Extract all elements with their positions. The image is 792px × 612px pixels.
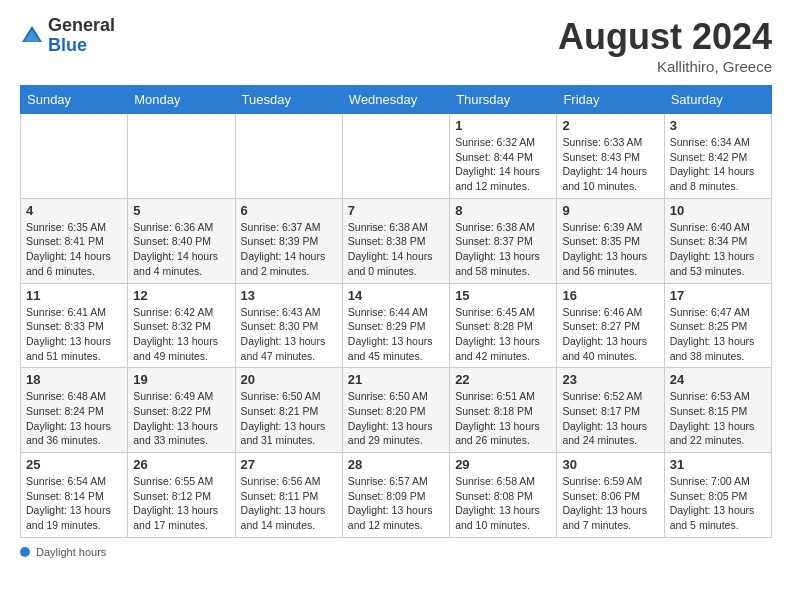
day-number: 19 <box>133 372 229 387</box>
day-info: Sunrise: 6:37 AM Sunset: 8:39 PM Dayligh… <box>241 220 337 279</box>
calendar-cell: 5Sunrise: 6:36 AM Sunset: 8:40 PM Daylig… <box>128 198 235 283</box>
day-info: Sunrise: 6:50 AM Sunset: 8:20 PM Dayligh… <box>348 389 444 448</box>
day-info: Sunrise: 6:41 AM Sunset: 8:33 PM Dayligh… <box>26 305 122 364</box>
day-info: Sunrise: 6:51 AM Sunset: 8:18 PM Dayligh… <box>455 389 551 448</box>
day-info: Sunrise: 6:46 AM Sunset: 8:27 PM Dayligh… <box>562 305 658 364</box>
day-info: Sunrise: 6:39 AM Sunset: 8:35 PM Dayligh… <box>562 220 658 279</box>
calendar-cell: 24Sunrise: 6:53 AM Sunset: 8:15 PM Dayli… <box>664 368 771 453</box>
day-number: 12 <box>133 288 229 303</box>
weekday-header-sunday: Sunday <box>21 86 128 114</box>
calendar-cell: 28Sunrise: 6:57 AM Sunset: 8:09 PM Dayli… <box>342 453 449 538</box>
day-number: 24 <box>670 372 766 387</box>
day-info: Sunrise: 6:59 AM Sunset: 8:06 PM Dayligh… <box>562 474 658 533</box>
calendar-cell: 1Sunrise: 6:32 AM Sunset: 8:44 PM Daylig… <box>450 114 557 199</box>
day-info: Sunrise: 6:38 AM Sunset: 8:38 PM Dayligh… <box>348 220 444 279</box>
calendar-cell: 30Sunrise: 6:59 AM Sunset: 8:06 PM Dayli… <box>557 453 664 538</box>
legend: Daylight hours <box>20 546 772 558</box>
calendar-cell: 29Sunrise: 6:58 AM Sunset: 8:08 PM Dayli… <box>450 453 557 538</box>
legend-dot <box>20 547 30 557</box>
day-number: 15 <box>455 288 551 303</box>
day-number: 28 <box>348 457 444 472</box>
weekday-header-saturday: Saturday <box>664 86 771 114</box>
calendar-cell: 16Sunrise: 6:46 AM Sunset: 8:27 PM Dayli… <box>557 283 664 368</box>
day-info: Sunrise: 6:56 AM Sunset: 8:11 PM Dayligh… <box>241 474 337 533</box>
day-number: 6 <box>241 203 337 218</box>
page-header: General Blue August 2024 Kallithiro, Gre… <box>20 16 772 75</box>
day-number: 17 <box>670 288 766 303</box>
day-info: Sunrise: 6:42 AM Sunset: 8:32 PM Dayligh… <box>133 305 229 364</box>
day-number: 8 <box>455 203 551 218</box>
day-number: 2 <box>562 118 658 133</box>
day-number: 5 <box>133 203 229 218</box>
day-number: 9 <box>562 203 658 218</box>
calendar-week-row: 25Sunrise: 6:54 AM Sunset: 8:14 PM Dayli… <box>21 453 772 538</box>
day-info: Sunrise: 6:48 AM Sunset: 8:24 PM Dayligh… <box>26 389 122 448</box>
calendar-cell: 4Sunrise: 6:35 AM Sunset: 8:41 PM Daylig… <box>21 198 128 283</box>
day-number: 31 <box>670 457 766 472</box>
calendar-cell: 10Sunrise: 6:40 AM Sunset: 8:34 PM Dayli… <box>664 198 771 283</box>
day-info: Sunrise: 6:44 AM Sunset: 8:29 PM Dayligh… <box>348 305 444 364</box>
calendar-cell <box>21 114 128 199</box>
day-info: Sunrise: 6:32 AM Sunset: 8:44 PM Dayligh… <box>455 135 551 194</box>
calendar-cell: 22Sunrise: 6:51 AM Sunset: 8:18 PM Dayli… <box>450 368 557 453</box>
logo-text: General Blue <box>48 16 115 56</box>
logo-blue-text: Blue <box>48 36 115 56</box>
month-year-title: August 2024 <box>558 16 772 58</box>
weekday-header-thursday: Thursday <box>450 86 557 114</box>
day-number: 14 <box>348 288 444 303</box>
calendar-cell: 15Sunrise: 6:45 AM Sunset: 8:28 PM Dayli… <box>450 283 557 368</box>
day-number: 23 <box>562 372 658 387</box>
weekday-header-monday: Monday <box>128 86 235 114</box>
logo: General Blue <box>20 16 115 56</box>
calendar-cell <box>235 114 342 199</box>
calendar-cell: 6Sunrise: 6:37 AM Sunset: 8:39 PM Daylig… <box>235 198 342 283</box>
day-info: Sunrise: 6:57 AM Sunset: 8:09 PM Dayligh… <box>348 474 444 533</box>
day-number: 26 <box>133 457 229 472</box>
calendar-cell: 11Sunrise: 6:41 AM Sunset: 8:33 PM Dayli… <box>21 283 128 368</box>
calendar-cell: 8Sunrise: 6:38 AM Sunset: 8:37 PM Daylig… <box>450 198 557 283</box>
day-info: Sunrise: 6:52 AM Sunset: 8:17 PM Dayligh… <box>562 389 658 448</box>
day-info: Sunrise: 6:35 AM Sunset: 8:41 PM Dayligh… <box>26 220 122 279</box>
calendar-cell: 2Sunrise: 6:33 AM Sunset: 8:43 PM Daylig… <box>557 114 664 199</box>
calendar-cell: 17Sunrise: 6:47 AM Sunset: 8:25 PM Dayli… <box>664 283 771 368</box>
day-info: Sunrise: 6:55 AM Sunset: 8:12 PM Dayligh… <box>133 474 229 533</box>
location-subtitle: Kallithiro, Greece <box>558 58 772 75</box>
day-number: 13 <box>241 288 337 303</box>
calendar-cell: 21Sunrise: 6:50 AM Sunset: 8:20 PM Dayli… <box>342 368 449 453</box>
day-number: 11 <box>26 288 122 303</box>
calendar-cell: 14Sunrise: 6:44 AM Sunset: 8:29 PM Dayli… <box>342 283 449 368</box>
calendar-cell: 9Sunrise: 6:39 AM Sunset: 8:35 PM Daylig… <box>557 198 664 283</box>
calendar-cell <box>128 114 235 199</box>
logo-general-text: General <box>48 16 115 36</box>
day-info: Sunrise: 6:50 AM Sunset: 8:21 PM Dayligh… <box>241 389 337 448</box>
weekday-header-friday: Friday <box>557 86 664 114</box>
calendar-cell: 7Sunrise: 6:38 AM Sunset: 8:38 PM Daylig… <box>342 198 449 283</box>
day-info: Sunrise: 6:38 AM Sunset: 8:37 PM Dayligh… <box>455 220 551 279</box>
day-number: 27 <box>241 457 337 472</box>
day-number: 16 <box>562 288 658 303</box>
day-number: 1 <box>455 118 551 133</box>
day-number: 25 <box>26 457 122 472</box>
calendar-cell: 3Sunrise: 6:34 AM Sunset: 8:42 PM Daylig… <box>664 114 771 199</box>
calendar-cell <box>342 114 449 199</box>
day-info: Sunrise: 7:00 AM Sunset: 8:05 PM Dayligh… <box>670 474 766 533</box>
weekday-header-row: SundayMondayTuesdayWednesdayThursdayFrid… <box>21 86 772 114</box>
calendar-cell: 23Sunrise: 6:52 AM Sunset: 8:17 PM Dayli… <box>557 368 664 453</box>
day-info: Sunrise: 6:49 AM Sunset: 8:22 PM Dayligh… <box>133 389 229 448</box>
calendar-cell: 27Sunrise: 6:56 AM Sunset: 8:11 PM Dayli… <box>235 453 342 538</box>
weekday-header-wednesday: Wednesday <box>342 86 449 114</box>
day-info: Sunrise: 6:43 AM Sunset: 8:30 PM Dayligh… <box>241 305 337 364</box>
calendar-cell: 13Sunrise: 6:43 AM Sunset: 8:30 PM Dayli… <box>235 283 342 368</box>
day-info: Sunrise: 6:58 AM Sunset: 8:08 PM Dayligh… <box>455 474 551 533</box>
day-number: 18 <box>26 372 122 387</box>
day-number: 30 <box>562 457 658 472</box>
day-info: Sunrise: 6:40 AM Sunset: 8:34 PM Dayligh… <box>670 220 766 279</box>
day-number: 29 <box>455 457 551 472</box>
day-number: 4 <box>26 203 122 218</box>
day-number: 10 <box>670 203 766 218</box>
calendar-cell: 25Sunrise: 6:54 AM Sunset: 8:14 PM Dayli… <box>21 453 128 538</box>
day-info: Sunrise: 6:33 AM Sunset: 8:43 PM Dayligh… <box>562 135 658 194</box>
calendar-cell: 12Sunrise: 6:42 AM Sunset: 8:32 PM Dayli… <box>128 283 235 368</box>
calendar-week-row: 1Sunrise: 6:32 AM Sunset: 8:44 PM Daylig… <box>21 114 772 199</box>
day-number: 20 <box>241 372 337 387</box>
